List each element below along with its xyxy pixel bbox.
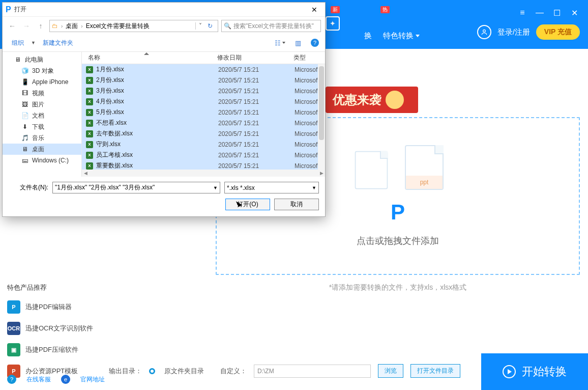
drop-hint: *请添加需要转换的文件，支持xls，xlsx格式 [216,283,580,292]
doc-icon-ppt: ppt [405,145,444,190]
recommend-item[interactable]: OCR迅捷OCR文字识别软件 [0,318,107,339]
help-button[interactable]: ? [311,39,319,47]
tab-special-convert[interactable]: 换 [364,31,372,41]
tree-item[interactable]: 🖼图片 [3,99,81,110]
product-icon: OCR [7,322,20,335]
phone-icon: 📱 [21,78,29,86]
product-name: 迅捷PDF编辑器 [25,302,72,312]
dialog-close-button[interactable]: ✕ [307,6,322,14]
xlsx-icon: X [86,162,93,170]
tree-item[interactable]: 🖥此电脑 [3,54,81,65]
tree-item[interactable]: 📱Apple iPhone [3,76,81,88]
badge-new: 新 [331,6,340,13]
play-icon [503,365,516,378]
radio-original-folder[interactable] [149,368,155,374]
nav-up-button[interactable]: ↑ [35,20,46,32]
file-row[interactable]: X1月份.xlsx2020/5/7 15:21Microsoft [82,64,325,75]
menu-icon[interactable]: ≡ [517,7,528,18]
maximize-icon[interactable]: ☐ [551,7,563,18]
nav-fwd-button[interactable]: → [21,20,32,32]
file-type-filter[interactable]: *.xls *.xlsx ▼ [224,182,319,193]
xlsx-icon: X [86,88,93,95]
organize-menu[interactable]: 组织 [12,39,24,47]
tree-item[interactable]: 🎵音乐 [3,132,81,144]
video-icon: 🎞 [21,89,29,97]
recommend-title: 特色产品推荐 [0,279,107,296]
mouse-cursor-icon [237,200,244,209]
tab-convert[interactable]: ✦ [326,16,340,33]
product-name: 迅捷OCR文字识别软件 [25,324,93,333]
login-link[interactable]: 登录/注册 [497,27,530,37]
desktop-icon: 🖥 [21,145,29,153]
sort-caret-icon [144,52,149,55]
output-label: 输出目录： [109,367,142,376]
chevron-down-icon[interactable]: ▼ [213,185,218,190]
chevron-down-icon[interactable]: ▼ [312,185,316,190]
vertical-scrollbar[interactable] [318,64,325,170]
tree-item[interactable]: 🖥桌面 [3,144,81,155]
xlsx-icon: X [86,130,93,137]
close-icon[interactable]: ✕ [569,7,580,18]
horizontal-scrollbar[interactable]: ◀▶ [82,170,325,177]
refresh-button[interactable]: ↻ [204,22,216,30]
xlsx-icon: X [86,109,93,116]
badge-hot: 热 [380,6,390,13]
tree-item[interactable]: 🧊3D 对象 [3,65,81,76]
file-row[interactable]: X去年数据.xlsx2020/5/7 15:21Microsoft [82,128,325,139]
file-row[interactable]: X5月份.xlsx2020/5/7 15:21Microsoft [82,107,325,118]
breadcrumb[interactable]: 🗀 › 桌面 › Excel文件需要批量转换 ˅ ↻ [49,20,218,32]
file-row[interactable]: X不想看.xlsx2020/5/7 15:21Microsoft [82,118,325,128]
site-link[interactable]: 官网地址 [80,375,105,384]
browse-button[interactable]: 浏览 [378,364,403,378]
file-row[interactable]: X3月份.xlsx2020/5/7 15:21Microsoft [82,86,325,96]
convert-icon: ✦ [326,16,340,31]
vip-button[interactable]: VIP 充值 [536,24,580,40]
file-row[interactable]: X4月份.xlsx2020/5/7 15:21Microsoft [82,96,325,107]
dialog-title: 打开 [14,5,307,14]
chat-link[interactable]: 在线客服 [26,375,51,384]
view-menu[interactable]: ☷ [274,37,285,48]
preview-pane-button[interactable]: ▥ [292,37,304,48]
xlsx-icon: X [86,141,93,148]
path-dropdown[interactable]: ˅ [195,22,204,30]
product-icon: P [7,300,20,314]
drive-icon: 🖴 [21,156,29,164]
nav-back-button[interactable]: ← [7,20,18,32]
recommend-item[interactable]: ▣迅捷PDF压缩软件 [0,339,107,360]
folder-icon: 🗀 [52,22,58,30]
crumb-folder[interactable]: Excel文件需要批量转换 [84,22,152,31]
file-row[interactable]: X2月份.xlsx2020/5/7 15:21Microsoft [82,75,325,86]
promo-banner[interactable]: 优惠来袭 [326,87,418,113]
crumb-desktop[interactable]: 桌面 [64,22,80,31]
new-folder-button[interactable]: 新建文件夹 [43,39,73,47]
open-folder-button[interactable]: 打开文件目录 [410,364,460,378]
drop-zone-text: 点击或拖拽文件添加 [357,235,439,247]
custom-path-input[interactable] [254,365,371,378]
search-placeholder: 搜索"Excel文件需要批量转换" [233,22,314,31]
custom-label: 自定义： [220,367,247,376]
col-type[interactable]: 类型 [287,53,318,62]
file-row[interactable]: X员工考核.xlsx2020/5/7 15:21Microsoft [82,150,325,160]
down-icon: ⬇ [21,123,29,131]
doc-icon [355,151,388,189]
ie-icon: e [61,375,70,384]
tree-item[interactable]: ⬇下载 [3,121,81,132]
search-box[interactable]: 🔍 搜索"Excel文件需要批量转换" [221,20,321,32]
recommend-item[interactable]: P迅捷PDF编辑器 [0,296,107,318]
xlsx-icon: X [86,77,93,84]
tree-item[interactable]: 📄文档 [3,110,81,121]
cancel-button[interactable]: 取消 [274,199,319,210]
filename-input[interactable]: "1月份.xlsx" "2月份.xlsx" "3月份.xlsx" ▼ [52,182,220,193]
chat-icon: ? [7,375,16,384]
col-name[interactable]: 名称 [82,53,211,62]
app-logo-small-icon: P [6,5,11,14]
file-row[interactable]: X重要数据.xlsx2020/5/7 15:21Microsoft [82,160,325,170]
minimize-icon[interactable]: — [534,7,545,18]
start-convert-button[interactable]: 开始转换 [481,353,588,390]
tab-special[interactable]: 特色转换 [383,31,420,41]
open-button[interactable]: 打开(O) [225,199,270,210]
tree-item[interactable]: 🎞视频 [3,88,81,99]
file-row[interactable]: X守则.xlsx2020/5/7 15:21Microsoft [82,139,325,150]
tree-item[interactable]: 🖴Windows (C:) [3,155,81,166]
col-date[interactable]: 修改日期 [211,53,287,62]
